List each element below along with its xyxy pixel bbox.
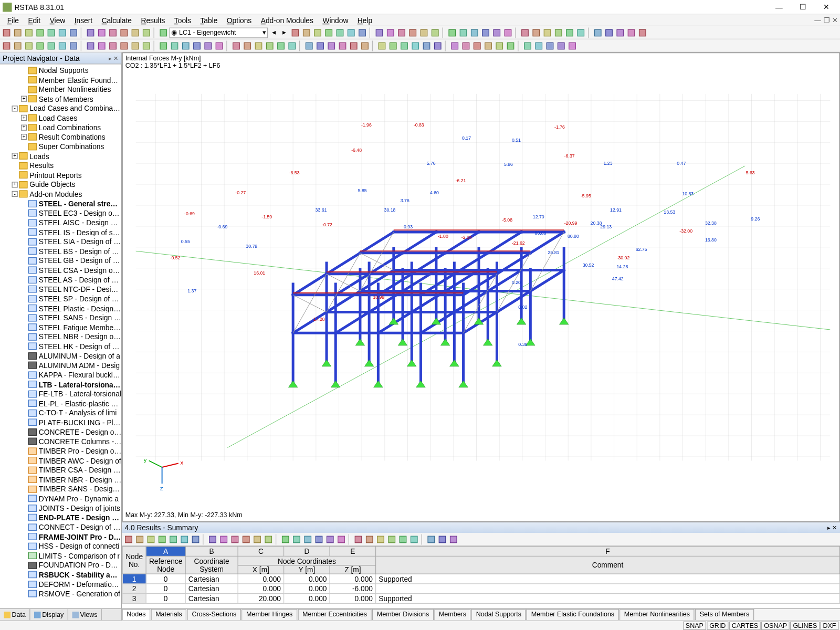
tree-item[interactable]: +Loads bbox=[0, 151, 121, 161]
toolbar-icon[interactable] bbox=[158, 40, 169, 51]
toolbar-icon[interactable] bbox=[326, 40, 337, 51]
toolbar-icon[interactable] bbox=[181, 40, 191, 51]
tree-item[interactable]: STEEL IS - Design of steel bbox=[0, 227, 121, 237]
toolbar-icon[interactable] bbox=[410, 40, 421, 51]
toolbar-icon[interactable] bbox=[469, 27, 480, 38]
toolbar-icon[interactable] bbox=[214, 40, 225, 51]
toolbar-icon[interactable] bbox=[130, 40, 141, 51]
tree-item[interactable]: HSS - Design of connecti bbox=[0, 541, 121, 551]
menu-calculate[interactable]: Calculate bbox=[97, 16, 136, 24]
tree-item[interactable]: STEEL EC3 - Design of steel bbox=[0, 208, 121, 218]
menu-results[interactable]: Results bbox=[136, 16, 170, 24]
results-tab[interactable]: Materials bbox=[151, 609, 186, 620]
toolbar-icon[interactable] bbox=[123, 534, 134, 544]
toolbar-icon[interactable] bbox=[158, 27, 169, 38]
3d-viewport[interactable]: Internal Forces M-y [kNm] CO2 : 1.35*LF1… bbox=[122, 52, 841, 522]
toolbar-icon[interactable] bbox=[57, 40, 68, 51]
toolbar-icon[interactable] bbox=[130, 27, 141, 38]
tree-item[interactable]: STEEL AS - Design of steel bbox=[0, 275, 121, 285]
maximize-button[interactable]: ☐ bbox=[792, 1, 814, 13]
menu-help[interactable]: Help bbox=[353, 16, 377, 24]
toolbar-icon[interactable] bbox=[626, 27, 637, 38]
tree-item[interactable]: TIMBER AWC - Design of bbox=[0, 456, 121, 465]
status-toggle[interactable]: OSNAP bbox=[761, 621, 790, 629]
toolbar-icon[interactable] bbox=[192, 40, 202, 51]
toolbar-icon[interactable] bbox=[545, 40, 555, 51]
toolbar-icon[interactable] bbox=[35, 27, 45, 38]
load-case-combo[interactable]: ◉ LC1 - Eigengewicht▾ bbox=[170, 27, 268, 38]
toolbar-icon[interactable] bbox=[134, 534, 145, 544]
toolbar-icon[interactable] bbox=[108, 40, 118, 51]
toolbar-icon[interactable] bbox=[119, 27, 129, 38]
tree-item[interactable]: STEEL SIA - Design of steel bbox=[0, 237, 121, 246]
tree-item[interactable]: FE-LTB - Lateral-torsional bbox=[0, 389, 121, 398]
toolbar-icon[interactable] bbox=[615, 27, 625, 38]
navigator-tree[interactable]: Nodal SupportsMember Elastic Foundations… bbox=[0, 65, 121, 608]
toolbar-icon[interactable] bbox=[35, 40, 45, 51]
toolbar-icon[interactable] bbox=[448, 534, 459, 544]
toolbar-icon[interactable] bbox=[458, 27, 469, 38]
toolbar-icon[interactable] bbox=[388, 40, 398, 51]
menu-edit[interactable]: Edit bbox=[24, 16, 45, 24]
tree-item[interactable]: Super Combinations bbox=[0, 142, 121, 151]
toolbar-icon[interactable] bbox=[542, 27, 553, 38]
tree-item[interactable]: RSBUCK - Stability analy bbox=[0, 570, 121, 580]
tab-views[interactable]: Views bbox=[68, 609, 102, 620]
toolbar-icon[interactable] bbox=[472, 40, 482, 51]
tab-data[interactable]: Data bbox=[0, 609, 30, 620]
pin-icon[interactable]: ▸ ✕ bbox=[109, 55, 119, 61]
toolbar-icon[interactable] bbox=[179, 534, 190, 544]
toolbar-icon[interactable] bbox=[304, 40, 314, 51]
results-tab[interactable]: Member Nonlinearities bbox=[620, 609, 695, 620]
toolbar-icon[interactable] bbox=[346, 27, 356, 38]
toolbar-icon[interactable] bbox=[203, 40, 213, 51]
tree-item[interactable]: ALUMINUM ADM - Desig bbox=[0, 361, 121, 370]
minimize-button[interactable]: — bbox=[768, 1, 791, 13]
toolbar-icon[interactable] bbox=[252, 534, 262, 544]
toolbar-icon[interactable] bbox=[290, 27, 301, 38]
tree-item[interactable]: CONCRETE - Design of co bbox=[0, 427, 121, 437]
toolbar-icon[interactable] bbox=[522, 40, 533, 51]
status-toggle[interactable]: CARTES bbox=[729, 621, 761, 629]
menu-view[interactable]: View bbox=[45, 16, 70, 24]
toolbar-icon[interactable] bbox=[312, 27, 323, 38]
toolbar-icon[interactable] bbox=[377, 40, 387, 51]
menu-tools[interactable]: Tools bbox=[170, 16, 196, 24]
status-toggle[interactable]: DXF bbox=[821, 621, 839, 629]
toolbar-icon[interactable] bbox=[314, 534, 324, 544]
toolbar-icon[interactable] bbox=[86, 27, 96, 38]
tree-item[interactable]: DYNAM Pro - Dynamic a bbox=[0, 494, 121, 503]
toolbar-icon[interactable] bbox=[263, 534, 274, 544]
tree-item[interactable]: STEEL AISC - Design of steel bbox=[0, 218, 121, 227]
tree-item[interactable]: STEEL BS - Design of steel bbox=[0, 246, 121, 256]
toolbar-icon[interactable] bbox=[593, 27, 603, 38]
mdi-restore-button[interactable]: ❐ bbox=[824, 16, 830, 24]
toolbar-icon[interactable] bbox=[218, 534, 229, 544]
toolbar-icon[interactable] bbox=[97, 27, 107, 38]
tree-item[interactable]: STEEL SP - Design of steel bbox=[0, 294, 121, 303]
toolbar-icon[interactable] bbox=[422, 40, 432, 51]
toolbar-icon[interactable] bbox=[553, 27, 564, 38]
tree-item[interactable]: LIMITS - Comparison of r bbox=[0, 551, 121, 560]
results-tab[interactable]: Nodal Supports bbox=[471, 609, 526, 620]
results-tab[interactable]: Members bbox=[434, 609, 471, 620]
tree-item[interactable]: +Guide Objects bbox=[0, 180, 121, 190]
toolbar-icon[interactable] bbox=[349, 40, 359, 51]
menu-insert[interactable]: Insert bbox=[70, 16, 97, 24]
toolbar-icon[interactable] bbox=[323, 27, 334, 38]
toolbar-icon[interactable] bbox=[141, 40, 152, 51]
status-toggle[interactable]: GLINES bbox=[790, 621, 820, 629]
menu-table[interactable]: Table bbox=[196, 16, 222, 24]
tree-item[interactable]: STEEL SANS - Design of steel bbox=[0, 313, 121, 322]
results-tab[interactable]: Nodes bbox=[122, 609, 151, 620]
tree-item[interactable]: FRAME-JOINT Pro - Desi bbox=[0, 532, 121, 541]
toolbar-icon[interactable] bbox=[503, 27, 513, 38]
results-tab[interactable]: Member Eccentricities bbox=[298, 609, 371, 620]
tree-item[interactable]: TIMBER Pro - Design of ti bbox=[0, 446, 121, 456]
toolbar-icon[interactable] bbox=[419, 27, 429, 38]
menu-options[interactable]: Options bbox=[222, 16, 256, 24]
results-tab[interactable]: Member Hinges bbox=[242, 609, 297, 620]
close-button[interactable]: ✕ bbox=[815, 1, 838, 13]
toolbar-icon[interactable] bbox=[338, 40, 348, 51]
tree-item[interactable]: STEEL NBR - Design of steel bbox=[0, 332, 121, 342]
